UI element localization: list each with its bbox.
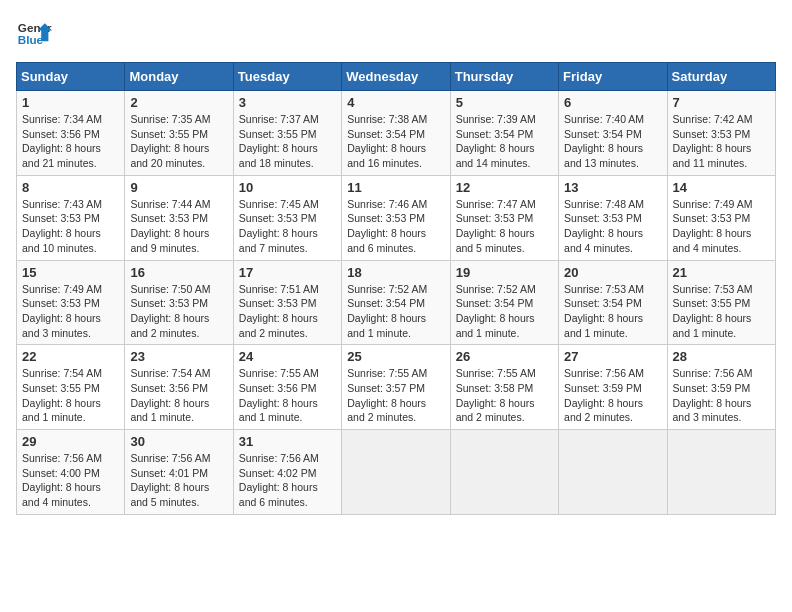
day-info: Sunrise: 7:56 AM Sunset: 3:59 PM Dayligh…	[564, 366, 661, 425]
calendar-day: 13Sunrise: 7:48 AM Sunset: 3:53 PM Dayli…	[559, 175, 667, 260]
day-info: Sunrise: 7:56 AM Sunset: 4:00 PM Dayligh…	[22, 451, 119, 510]
calendar-day: 5Sunrise: 7:39 AM Sunset: 3:54 PM Daylig…	[450, 91, 558, 176]
day-number: 31	[239, 434, 336, 449]
day-info: Sunrise: 7:52 AM Sunset: 3:54 PM Dayligh…	[456, 282, 553, 341]
day-number: 14	[673, 180, 770, 195]
day-info: Sunrise: 7:53 AM Sunset: 3:55 PM Dayligh…	[673, 282, 770, 341]
day-number: 29	[22, 434, 119, 449]
day-number: 3	[239, 95, 336, 110]
weekday-header-monday: Monday	[125, 63, 233, 91]
logo: General Blue	[16, 16, 52, 52]
svg-text:Blue: Blue	[18, 33, 44, 46]
weekday-header-friday: Friday	[559, 63, 667, 91]
day-number: 1	[22, 95, 119, 110]
day-number: 27	[564, 349, 661, 364]
calendar-day: 11Sunrise: 7:46 AM Sunset: 3:53 PM Dayli…	[342, 175, 450, 260]
day-number: 15	[22, 265, 119, 280]
day-number: 22	[22, 349, 119, 364]
calendar-day: 9Sunrise: 7:44 AM Sunset: 3:53 PM Daylig…	[125, 175, 233, 260]
day-info: Sunrise: 7:40 AM Sunset: 3:54 PM Dayligh…	[564, 112, 661, 171]
day-info: Sunrise: 7:55 AM Sunset: 3:56 PM Dayligh…	[239, 366, 336, 425]
day-info: Sunrise: 7:54 AM Sunset: 3:55 PM Dayligh…	[22, 366, 119, 425]
calendar-day: 10Sunrise: 7:45 AM Sunset: 3:53 PM Dayli…	[233, 175, 341, 260]
day-info: Sunrise: 7:35 AM Sunset: 3:55 PM Dayligh…	[130, 112, 227, 171]
logo-icon: General Blue	[16, 16, 52, 52]
day-info: Sunrise: 7:55 AM Sunset: 3:57 PM Dayligh…	[347, 366, 444, 425]
calendar-day: 29Sunrise: 7:56 AM Sunset: 4:00 PM Dayli…	[17, 430, 125, 515]
day-number: 11	[347, 180, 444, 195]
calendar-day: 18Sunrise: 7:52 AM Sunset: 3:54 PM Dayli…	[342, 260, 450, 345]
calendar-day: 25Sunrise: 7:55 AM Sunset: 3:57 PM Dayli…	[342, 345, 450, 430]
day-info: Sunrise: 7:49 AM Sunset: 3:53 PM Dayligh…	[673, 197, 770, 256]
calendar-day: 4Sunrise: 7:38 AM Sunset: 3:54 PM Daylig…	[342, 91, 450, 176]
calendar-week-1: 1Sunrise: 7:34 AM Sunset: 3:56 PM Daylig…	[17, 91, 776, 176]
day-number: 16	[130, 265, 227, 280]
day-number: 25	[347, 349, 444, 364]
calendar-table: SundayMondayTuesdayWednesdayThursdayFrid…	[16, 62, 776, 515]
day-number: 26	[456, 349, 553, 364]
day-number: 24	[239, 349, 336, 364]
weekday-header-tuesday: Tuesday	[233, 63, 341, 91]
day-info: Sunrise: 7:51 AM Sunset: 3:53 PM Dayligh…	[239, 282, 336, 341]
day-number: 2	[130, 95, 227, 110]
calendar-week-4: 22Sunrise: 7:54 AM Sunset: 3:55 PM Dayli…	[17, 345, 776, 430]
day-number: 28	[673, 349, 770, 364]
calendar-day	[667, 430, 775, 515]
calendar-day: 27Sunrise: 7:56 AM Sunset: 3:59 PM Dayli…	[559, 345, 667, 430]
calendar-day: 3Sunrise: 7:37 AM Sunset: 3:55 PM Daylig…	[233, 91, 341, 176]
calendar-day: 21Sunrise: 7:53 AM Sunset: 3:55 PM Dayli…	[667, 260, 775, 345]
calendar-day: 28Sunrise: 7:56 AM Sunset: 3:59 PM Dayli…	[667, 345, 775, 430]
calendar-week-5: 29Sunrise: 7:56 AM Sunset: 4:00 PM Dayli…	[17, 430, 776, 515]
day-info: Sunrise: 7:54 AM Sunset: 3:56 PM Dayligh…	[130, 366, 227, 425]
day-number: 9	[130, 180, 227, 195]
calendar-week-3: 15Sunrise: 7:49 AM Sunset: 3:53 PM Dayli…	[17, 260, 776, 345]
day-info: Sunrise: 7:56 AM Sunset: 4:02 PM Dayligh…	[239, 451, 336, 510]
day-number: 4	[347, 95, 444, 110]
day-info: Sunrise: 7:44 AM Sunset: 3:53 PM Dayligh…	[130, 197, 227, 256]
weekday-header-wednesday: Wednesday	[342, 63, 450, 91]
calendar-day: 26Sunrise: 7:55 AM Sunset: 3:58 PM Dayli…	[450, 345, 558, 430]
day-number: 12	[456, 180, 553, 195]
day-info: Sunrise: 7:45 AM Sunset: 3:53 PM Dayligh…	[239, 197, 336, 256]
day-info: Sunrise: 7:34 AM Sunset: 3:56 PM Dayligh…	[22, 112, 119, 171]
calendar-day: 7Sunrise: 7:42 AM Sunset: 3:53 PM Daylig…	[667, 91, 775, 176]
calendar-day: 14Sunrise: 7:49 AM Sunset: 3:53 PM Dayli…	[667, 175, 775, 260]
calendar-day: 2Sunrise: 7:35 AM Sunset: 3:55 PM Daylig…	[125, 91, 233, 176]
day-number: 8	[22, 180, 119, 195]
day-number: 5	[456, 95, 553, 110]
day-info: Sunrise: 7:42 AM Sunset: 3:53 PM Dayligh…	[673, 112, 770, 171]
day-info: Sunrise: 7:46 AM Sunset: 3:53 PM Dayligh…	[347, 197, 444, 256]
day-number: 6	[564, 95, 661, 110]
calendar-day: 23Sunrise: 7:54 AM Sunset: 3:56 PM Dayli…	[125, 345, 233, 430]
day-number: 17	[239, 265, 336, 280]
day-number: 21	[673, 265, 770, 280]
day-info: Sunrise: 7:52 AM Sunset: 3:54 PM Dayligh…	[347, 282, 444, 341]
day-number: 7	[673, 95, 770, 110]
calendar-day	[559, 430, 667, 515]
day-info: Sunrise: 7:37 AM Sunset: 3:55 PM Dayligh…	[239, 112, 336, 171]
day-info: Sunrise: 7:43 AM Sunset: 3:53 PM Dayligh…	[22, 197, 119, 256]
day-number: 19	[456, 265, 553, 280]
weekday-header-thursday: Thursday	[450, 63, 558, 91]
calendar-day: 12Sunrise: 7:47 AM Sunset: 3:53 PM Dayli…	[450, 175, 558, 260]
day-info: Sunrise: 7:50 AM Sunset: 3:53 PM Dayligh…	[130, 282, 227, 341]
day-number: 20	[564, 265, 661, 280]
page-header: General Blue	[16, 16, 776, 52]
calendar-day: 24Sunrise: 7:55 AM Sunset: 3:56 PM Dayli…	[233, 345, 341, 430]
day-number: 18	[347, 265, 444, 280]
calendar-day	[342, 430, 450, 515]
calendar-day: 19Sunrise: 7:52 AM Sunset: 3:54 PM Dayli…	[450, 260, 558, 345]
calendar-day: 31Sunrise: 7:56 AM Sunset: 4:02 PM Dayli…	[233, 430, 341, 515]
calendar-day: 1Sunrise: 7:34 AM Sunset: 3:56 PM Daylig…	[17, 91, 125, 176]
calendar-day: 16Sunrise: 7:50 AM Sunset: 3:53 PM Dayli…	[125, 260, 233, 345]
day-info: Sunrise: 7:55 AM Sunset: 3:58 PM Dayligh…	[456, 366, 553, 425]
calendar-day: 20Sunrise: 7:53 AM Sunset: 3:54 PM Dayli…	[559, 260, 667, 345]
calendar-day: 6Sunrise: 7:40 AM Sunset: 3:54 PM Daylig…	[559, 91, 667, 176]
day-number: 10	[239, 180, 336, 195]
weekday-header-sunday: Sunday	[17, 63, 125, 91]
day-info: Sunrise: 7:48 AM Sunset: 3:53 PM Dayligh…	[564, 197, 661, 256]
calendar-day	[450, 430, 558, 515]
day-info: Sunrise: 7:47 AM Sunset: 3:53 PM Dayligh…	[456, 197, 553, 256]
day-info: Sunrise: 7:53 AM Sunset: 3:54 PM Dayligh…	[564, 282, 661, 341]
weekday-header-saturday: Saturday	[667, 63, 775, 91]
